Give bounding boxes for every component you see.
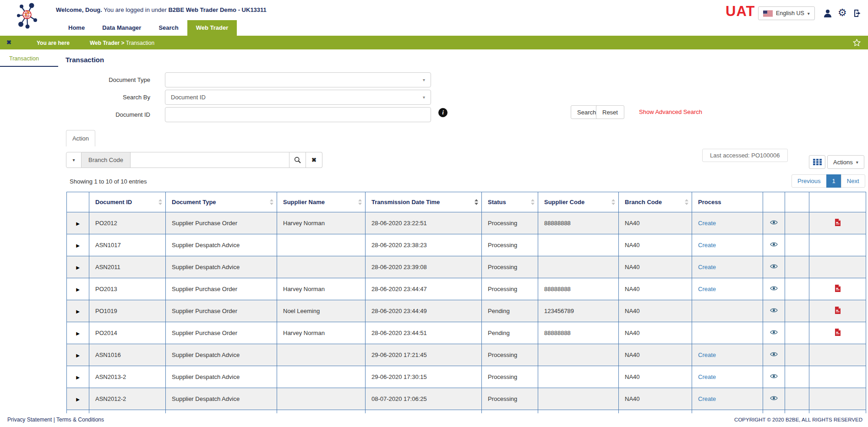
cell-supplier-code: 123456789 bbox=[538, 300, 619, 322]
sort-icon[interactable] bbox=[358, 199, 362, 205]
create-link[interactable]: Create bbox=[698, 373, 716, 380]
pagination-next[interactable]: Next bbox=[841, 174, 865, 188]
cell-transmission: 28-06-2020 23:44:51 bbox=[366, 322, 482, 344]
document-type-select[interactable]: ▾ bbox=[165, 72, 431, 87]
cell-supplier-code: 88888888 bbox=[538, 278, 619, 300]
chevron-down-icon: ▾ bbox=[72, 157, 75, 162]
sort-icon[interactable] bbox=[531, 199, 535, 205]
pdf-icon[interactable] bbox=[835, 219, 841, 226]
pdf-icon[interactable] bbox=[835, 285, 841, 292]
column-header-document-id[interactable]: Document ID bbox=[89, 192, 166, 212]
environment-label: UAT bbox=[726, 3, 755, 20]
filter-search-button[interactable] bbox=[289, 152, 306, 168]
pagination-previous[interactable]: Previous bbox=[792, 174, 827, 188]
privacy-statement-link[interactable]: Privacy Statement bbox=[7, 416, 52, 423]
cell-transmission: 28-06-2020 23:22:51 bbox=[366, 212, 482, 234]
expand-row-icon[interactable]: ▶ bbox=[76, 353, 80, 358]
expand-row-icon[interactable]: ▶ bbox=[76, 265, 80, 270]
tab-action[interactable]: Action bbox=[66, 130, 95, 146]
sidebar-item-transaction[interactable]: Transaction bbox=[0, 49, 58, 67]
sort-icon[interactable] bbox=[158, 199, 162, 205]
document-id-input[interactable] bbox=[165, 107, 431, 122]
column-header-branch-code[interactable]: Branch Code bbox=[619, 192, 692, 212]
breadcrumb-bar: ✖ You are here Web Trader > Transaction bbox=[0, 36, 868, 49]
column-grid-button[interactable] bbox=[809, 155, 825, 169]
cell-blank bbox=[366, 410, 482, 414]
create-link[interactable]: Create bbox=[698, 264, 716, 270]
nav-item-search[interactable]: Search bbox=[150, 20, 187, 36]
filter-clear-button[interactable]: ✖ bbox=[306, 152, 322, 168]
expand-row-icon[interactable]: ▶ bbox=[76, 331, 80, 336]
filter-value-input[interactable] bbox=[131, 152, 289, 168]
cell-blank bbox=[482, 410, 538, 414]
cell-transmission: 29-06-2020 17:21:45 bbox=[366, 344, 482, 366]
terms-conditions-link[interactable]: Terms & Conditions bbox=[56, 416, 104, 423]
table-row: ▶ASN1016Supplier Despatch Advice29-06-20… bbox=[67, 344, 866, 366]
cell-blank bbox=[166, 410, 277, 414]
column-header-supplier-name[interactable]: Supplier Name bbox=[277, 192, 366, 212]
nav-item-web-trader[interactable]: Web Trader bbox=[187, 20, 237, 36]
language-selector[interactable]: English US ▾ bbox=[758, 6, 815, 20]
expand-row-icon[interactable]: ▶ bbox=[76, 243, 80, 248]
logout-icon[interactable] bbox=[853, 9, 862, 19]
cell-status: Pending bbox=[482, 300, 538, 322]
expand-row-icon[interactable]: ▶ bbox=[76, 397, 80, 402]
sort-icon[interactable] bbox=[475, 199, 478, 205]
cell-pdf bbox=[809, 344, 866, 366]
cell-view bbox=[763, 234, 785, 256]
actions-button[interactable]: Actions ▾ bbox=[827, 155, 864, 169]
cell-pdf bbox=[809, 388, 866, 410]
create-link[interactable]: Create bbox=[698, 286, 716, 292]
info-icon[interactable]: i bbox=[438, 108, 448, 117]
row-expand-cell: ▶ bbox=[67, 300, 89, 322]
row-expand-cell: ▶ bbox=[67, 344, 89, 366]
document-type-row: Document Type ▾ bbox=[58, 72, 431, 87]
cell-branch-code: NA40 bbox=[619, 234, 692, 256]
settings-gear-icon[interactable]: ⚙ bbox=[838, 8, 847, 18]
search-by-select[interactable]: Document ID ▾ bbox=[165, 90, 431, 105]
cell-document-type: Supplier Despatch Advice bbox=[166, 234, 277, 256]
create-link[interactable]: Create bbox=[698, 351, 716, 358]
cell-process: Create bbox=[692, 278, 763, 300]
view-eye-icon[interactable] bbox=[770, 373, 778, 379]
view-eye-icon[interactable] bbox=[770, 220, 778, 225]
pagination-page-1[interactable]: 1 bbox=[826, 174, 841, 188]
cell-blank bbox=[619, 410, 692, 414]
show-advanced-search-link[interactable]: Show Advanced Search bbox=[639, 108, 702, 115]
nav-item-home[interactable]: Home bbox=[60, 20, 93, 36]
view-eye-icon[interactable] bbox=[770, 286, 778, 291]
sort-icon[interactable] bbox=[270, 199, 273, 205]
view-eye-icon[interactable] bbox=[770, 264, 778, 269]
expand-row-icon[interactable]: ▶ bbox=[76, 221, 80, 226]
view-eye-icon[interactable] bbox=[770, 242, 778, 247]
sort-icon[interactable] bbox=[611, 199, 615, 205]
column-header-status[interactable]: Status bbox=[482, 192, 538, 212]
nav-item-data-manager[interactable]: Data Manager bbox=[93, 20, 150, 36]
user-profile-icon[interactable] bbox=[823, 9, 832, 19]
column-header-document-type[interactable]: Document Type bbox=[166, 192, 277, 212]
column-header-supplier-code[interactable]: Supplier Code bbox=[538, 192, 619, 212]
pdf-icon[interactable] bbox=[835, 307, 841, 314]
pdf-icon[interactable] bbox=[835, 329, 841, 336]
create-link[interactable]: Create bbox=[698, 220, 716, 227]
create-link[interactable]: Create bbox=[698, 242, 716, 249]
view-eye-icon[interactable] bbox=[770, 308, 778, 313]
reset-button[interactable]: Reset bbox=[596, 105, 624, 119]
close-icon[interactable]: ✖ bbox=[6, 39, 11, 46]
view-eye-icon[interactable] bbox=[770, 395, 778, 401]
column-label: Document Type bbox=[172, 199, 216, 205]
sort-icon[interactable] bbox=[685, 199, 688, 205]
expand-row-icon[interactable]: ▶ bbox=[76, 375, 80, 380]
create-link[interactable]: Create bbox=[698, 395, 716, 402]
favorite-star-icon[interactable] bbox=[853, 39, 861, 48]
row-expand-cell: ▶ bbox=[67, 278, 89, 300]
filter-field-dropdown[interactable]: ▾ bbox=[66, 152, 82, 168]
column-header-transmission-date-time[interactable]: Transmission Date Time bbox=[366, 192, 482, 212]
expand-row-icon[interactable]: ▶ bbox=[76, 309, 80, 314]
breadcrumb-parent[interactable]: Web Trader > bbox=[90, 40, 126, 46]
expand-row-icon[interactable]: ▶ bbox=[76, 287, 80, 292]
cell-status: Processing bbox=[482, 388, 538, 410]
view-eye-icon[interactable] bbox=[770, 330, 778, 335]
view-eye-icon[interactable] bbox=[770, 351, 778, 357]
column-label: Status bbox=[488, 199, 506, 205]
